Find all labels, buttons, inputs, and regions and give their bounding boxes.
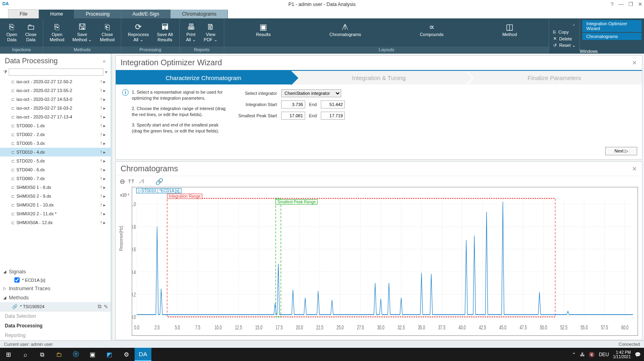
play-icon: ▸ [103, 132, 106, 137]
overlay-icon[interactable]: ⫯⫯ [128, 178, 135, 185]
volume-icon[interactable]: 🔇 [589, 352, 595, 357]
reset-layout-button[interactable]: ↺Reset ⌄ [551, 42, 577, 48]
duplicate-icon[interactable]: ⧉ [98, 303, 101, 310]
edit-icon[interactable]: ✎ [104, 304, 108, 310]
help-icon[interactable]: ? [611, 1, 614, 7]
dropdown-icon[interactable]: ▾ [105, 69, 107, 75]
injection-tree[interactable]: ⊏iso-oct - 2020-02-27 12-50-2!▸⊏iso-oct … [0, 77, 111, 267]
tree-item[interactable]: ⊏iso-oct - 2020-02-27 16-03-2!▸ [0, 104, 111, 112]
data-analysis-taskbar-icon[interactable]: DA [135, 348, 151, 361]
explorer-icon[interactable]: 🗀 [50, 348, 67, 361]
window-chromatograms-button[interactable]: Chromatograms [582, 33, 642, 40]
tree-item[interactable]: ⊏iso-oct - 2020-02-27 13-55-2!▸ [0, 86, 111, 95]
minimize-icon[interactable]: — [618, 1, 624, 7]
step-integration-tuning[interactable]: Integration & Tuning [291, 71, 467, 84]
tab-processing[interactable]: Processing [74, 10, 121, 18]
integrator-select[interactable]: ChemStation integrator [281, 89, 341, 97]
close-icon[interactable]: ✕ [638, 1, 642, 7]
tree-item[interactable]: ⊏STD002 - 2.dx!▸ [0, 130, 111, 139]
delete-layout-button[interactable]: ✕Delete [551, 36, 577, 42]
save-method-button[interactable]: 🖫SaveMethod ⌄ [69, 21, 95, 43]
signal-item[interactable]: * ECD1A [s] [0, 276, 111, 284]
reprocess-all-button[interactable]: ⟳ReprocessAll ⌄ [125, 21, 152, 43]
zoom-out-icon[interactable]: ⊖ [120, 178, 125, 185]
step-finalize[interactable]: Finalize Parameters [467, 71, 642, 84]
chromatogram-chart[interactable]: x10 ³ Response[Hz] Retention time [min] … [132, 187, 638, 336]
windows-taskbar: ⊞ ⌕ ⧉ 🗀 ⓔ ▣ ◩ ⚙ DA ⌃ 🖧 🔇 DEU 1:42 PM1/11… [0, 348, 644, 361]
language-indicator[interactable]: DEU [599, 352, 609, 357]
clock[interactable]: 1:42 PM1/11/2021 [613, 350, 631, 359]
tab-data-processing[interactable]: Data Processing [0, 321, 111, 331]
methods-section[interactable]: ◢Methods [0, 293, 111, 302]
smallest-peak-start-input[interactable] [281, 112, 305, 120]
layout-results-button[interactable]: ▣Results [253, 21, 274, 38]
info-icon: i [122, 89, 129, 96]
tree-item[interactable]: ⊏SHMIX50A - 12.dx!▸ [0, 218, 111, 227]
task-view-icon[interactable]: ⧉ [34, 348, 50, 361]
app-icon[interactable]: ◩ [101, 348, 118, 361]
signal-checkbox[interactable] [14, 277, 20, 283]
smallest-peak-end-input[interactable] [321, 112, 345, 120]
close-panel-icon[interactable]: ✕ [632, 165, 637, 172]
tab-audit[interactable]: Audit/E-Sign [121, 10, 171, 18]
link-method-icon[interactable]: 🔗 [155, 178, 163, 185]
tree-item[interactable]: ⊏STD040 - 6.dx!▸ [0, 165, 111, 174]
signals-section[interactable]: ◢Signals [0, 267, 111, 276]
print-all-button[interactable]: 🖶PrintAll ⌄ [183, 21, 199, 43]
play-icon: ▸ [103, 211, 106, 217]
copy-layout-button[interactable]: ⎘Copy [551, 29, 577, 35]
play-icon: ▸ [103, 123, 106, 128]
close-data-button[interactable]: 🗀CloseData [22, 21, 40, 43]
notifications-icon[interactable]: 💬 [635, 352, 641, 357]
integration-end-input[interactable] [321, 100, 345, 108]
window-wizard-button[interactable]: Integration Optimizer Wizard [582, 20, 642, 32]
open-method-button[interactable]: ⎘OpenMethod [46, 21, 68, 43]
tray-chevron-icon[interactable]: ⌃ [572, 352, 576, 357]
filter-icon[interactable]: ⧩ [3, 69, 7, 75]
tree-item[interactable]: ⊏iso-oct - 2020-02-27 12-50-2!▸ [0, 77, 111, 86]
close-panel-icon[interactable]: ✕ [632, 59, 637, 66]
view-pdf-button[interactable]: 🗎ViewPDF ⌄ [201, 21, 221, 43]
collapse-icon[interactable]: « [103, 58, 106, 64]
tree-item[interactable]: ⊏STD005 - 3.dx!▸ [0, 139, 111, 148]
close-method-button[interactable]: ⎗CloseMethod [97, 21, 118, 43]
tab-chromatograms[interactable]: Chromatograms [171, 10, 228, 18]
maximize-icon[interactable]: ❐ [628, 1, 633, 7]
tab-file[interactable]: File [8, 9, 39, 18]
tab-home[interactable]: Home [39, 10, 74, 18]
chevron-up-icon[interactable]: ⌃ [572, 24, 576, 28]
tab-data-selection[interactable]: Data Selection [0, 311, 111, 321]
search-icon[interactable]: ⌕ [17, 348, 34, 361]
chart-mode-icon[interactable]: ⩘ [138, 178, 144, 185]
start-button[interactable]: ⊞ [0, 348, 17, 361]
title-bar: DA P1 - admin user - Data Analysis ? — ❐… [0, 0, 644, 9]
traces-section[interactable]: ▷Instrument Traces [0, 284, 111, 293]
tree-item[interactable]: ⊏SHMIX20 2 - 11.dx *!▸ [0, 209, 111, 218]
smallest-peak-end-label: End [309, 113, 317, 118]
layout-method-button[interactable]: ◫Method [499, 21, 520, 38]
layout-chromatograms-button[interactable]: ⩚Chromatograms [326, 21, 364, 38]
tree-item[interactable]: ⊏SHMIX50 1 - 8.dx!▸ [0, 183, 111, 192]
tree-item[interactable]: ⊏STD020 - 5.dx!▸ [0, 156, 111, 165]
next-button[interactable]: Next ▷ [605, 147, 637, 155]
tab-reporting[interactable]: Reporting [0, 331, 111, 340]
method-item[interactable]: 🔗 * TSI190924 ⧉ ✎ [0, 302, 111, 311]
tree-item[interactable]: ⊏STD010 - 4.dx!▸ [0, 148, 111, 156]
settings-icon[interactable]: ⚙ [118, 348, 135, 361]
ie-icon[interactable]: ⓔ [67, 348, 84, 361]
filter-input[interactable] [9, 68, 103, 76]
integration-start-input[interactable] [281, 100, 305, 108]
terminal-icon[interactable]: ▣ [84, 348, 101, 361]
tree-item[interactable]: ⊏SHMIX50 2 - 9.dx!▸ [0, 192, 111, 201]
svg-text:0.4: 0.4 [132, 269, 136, 275]
tree-item[interactable]: ⊏iso-oct - 2020-02-27 14-53-0!▸ [0, 95, 111, 104]
step-characterize[interactable]: Characterize Chromatogram [116, 71, 291, 84]
tree-item[interactable]: ⊏STD080 - 7.dx!▸ [0, 174, 111, 183]
tree-item[interactable]: ⊏STD000 - 1.dx!▸ [0, 121, 111, 130]
save-all-results-button[interactable]: 🖬Save AllResults [154, 21, 176, 43]
network-icon[interactable]: 🖧 [580, 352, 585, 357]
tree-item[interactable]: ⊏iso-oct - 2020-02-27 17-13-4!▸ [0, 112, 111, 121]
open-data-button[interactable]: ⎘OpenData [3, 21, 20, 43]
layout-compounds-button[interactable]: ∝Compounds [417, 21, 447, 38]
tree-item[interactable]: ⊏SHMIX20 1 - 10.dx!▸ [0, 201, 111, 209]
